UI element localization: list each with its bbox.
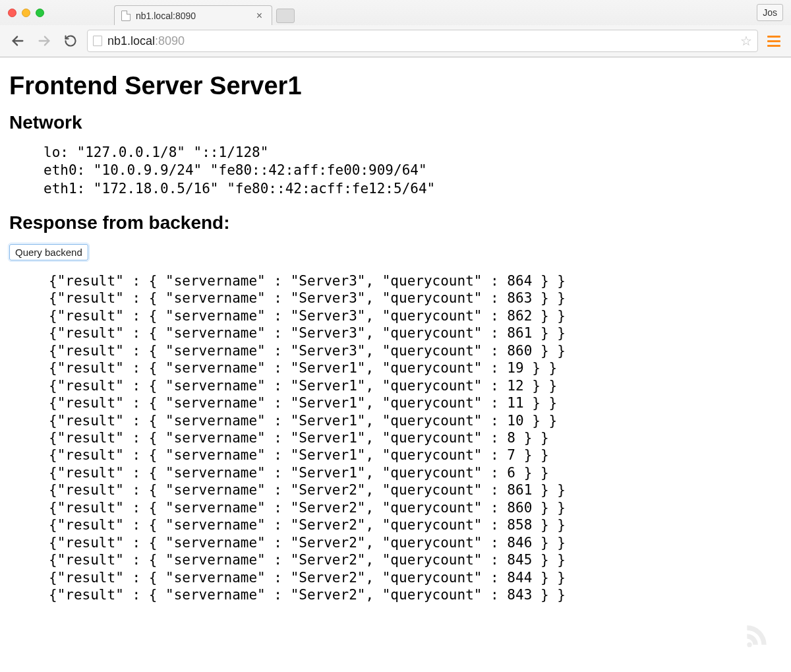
site-icon <box>93 36 102 46</box>
reload-button[interactable] <box>61 31 80 51</box>
toolbar: nb1.local:8090 ☆ <box>0 25 791 57</box>
forward-button[interactable] <box>34 31 54 51</box>
network-heading: Network <box>9 112 782 133</box>
page-content: Frontend Server Server1 Network lo: "127… <box>0 57 791 612</box>
maximize-window-button[interactable] <box>36 9 44 17</box>
tab-active[interactable]: nb1.local:8090 × <box>114 5 272 25</box>
arrow-left-icon <box>11 34 25 48</box>
hamburger-line <box>767 36 780 38</box>
rss-watermark-icon <box>742 621 771 652</box>
arrow-right-icon <box>37 34 51 48</box>
query-backend-button[interactable]: Query backend <box>9 244 88 260</box>
url-text: nb1.local:8090 <box>107 34 185 48</box>
back-button[interactable] <box>8 31 28 51</box>
url-port: :8090 <box>155 34 185 47</box>
results-output: {"result" : { "servername" : "Server3", … <box>49 272 782 604</box>
minimize-window-button[interactable] <box>22 9 30 17</box>
window-controls <box>8 9 44 17</box>
profile-label: Jos <box>763 7 777 18</box>
hamburger-line <box>767 45 780 47</box>
response-heading: Response from backend: <box>9 212 782 233</box>
close-tab-icon[interactable]: × <box>254 10 265 22</box>
page-icon <box>121 11 131 21</box>
new-tab-button[interactable] <box>276 9 295 23</box>
close-window-button[interactable] <box>8 9 16 17</box>
browser-chrome: nb1.local:8090 × Jos nb1.local:8090 ☆ <box>0 0 791 57</box>
tab-strip: nb1.local:8090 × <box>114 0 295 25</box>
page-title: Frontend Server Server1 <box>9 72 782 100</box>
url-host: nb1.local <box>107 34 155 47</box>
titlebar: nb1.local:8090 × Jos <box>0 0 791 25</box>
tab-title: nb1.local:8090 <box>136 11 254 21</box>
reload-icon <box>64 34 77 47</box>
profile-button[interactable]: Jos <box>757 4 783 21</box>
menu-button[interactable] <box>765 33 783 49</box>
bookmark-star-icon[interactable]: ☆ <box>740 33 752 49</box>
network-info: lo: "127.0.0.1/8" "::1/128" eth0: "10.0.… <box>44 144 782 198</box>
hamburger-line <box>767 40 780 42</box>
address-bar[interactable]: nb1.local:8090 ☆ <box>87 30 758 52</box>
